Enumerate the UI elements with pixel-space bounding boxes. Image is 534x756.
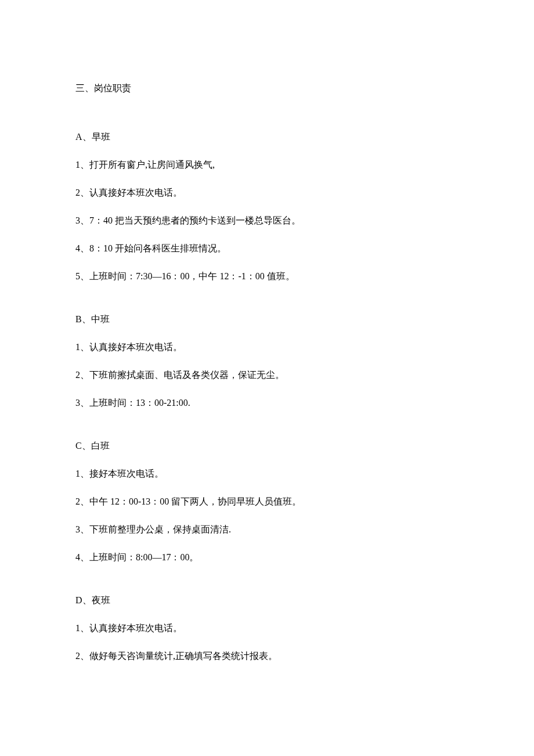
list-item: 2、做好每天咨询量统计,正确填写各类统计报表。 — [75, 649, 459, 663]
list-item: 3、上班时间：13：00-21:00. — [75, 396, 459, 410]
list-item: 4、上班时间：8:00—17：00。 — [75, 550, 459, 564]
list-item: 2、下班前擦拭桌面、电话及各类仪器，保证无尘。 — [75, 368, 459, 382]
list-item: 1、接好本班次电话。 — [75, 467, 459, 481]
list-item: 2、认真接好本班次电话。 — [75, 186, 459, 200]
list-item: 1、认真接好本班次电话。 — [75, 621, 459, 635]
section-heading: 三、岗位职责 — [75, 81, 459, 95]
subsection-a-title: A、早班 — [75, 130, 459, 144]
list-item: 2、中午 12：00-13：00 留下两人，协同早班人员值班。 — [75, 495, 459, 509]
subsection-d-title: D、夜班 — [75, 593, 459, 607]
list-item: 3、下班前整理办公桌，保持桌面清洁. — [75, 523, 459, 537]
list-item: 1、打开所有窗户,让房间通风换气, — [75, 158, 459, 172]
subsection-b-title: B、中班 — [75, 312, 459, 326]
list-item: 4、8：10 开始问各科医生排班情况。 — [75, 242, 459, 255]
list-item: 1、认真接好本班次电话。 — [75, 340, 459, 354]
list-item: 5、上班时间：7:30—16：00，中午 12：-1：00 值班。 — [75, 269, 459, 283]
subsection-c-title: C、白班 — [75, 439, 459, 453]
list-item: 3、7：40 把当天预约患者的预约卡送到一楼总导医台。 — [75, 214, 459, 228]
